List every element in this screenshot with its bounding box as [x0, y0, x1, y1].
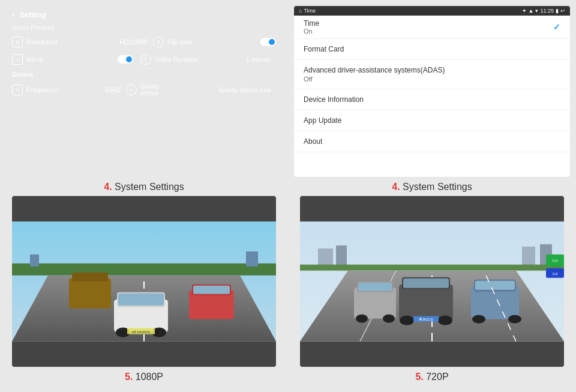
svg-rect-23	[300, 265, 564, 271]
flip-label: Flip over	[167, 38, 260, 46]
mirror-row: ⊣ Mirror ⏱ Video Duration 1 minute	[6, 51, 282, 68]
frequency-label: Frequency	[26, 86, 105, 94]
mirror-toggle[interactable]	[118, 55, 133, 64]
clock-display: 11:25	[540, 8, 554, 14]
adas-sub: Off	[304, 76, 560, 83]
svg-point-42	[472, 315, 485, 324]
time-on-label: On	[304, 28, 319, 35]
frequency-icon: ⊟	[12, 85, 23, 95]
back-btn[interactable]: ↩	[560, 8, 565, 14]
format-card-label: Format Card	[304, 45, 560, 53]
signal-icon: ▲	[529, 8, 534, 14]
top-right-cell: ⌂ Time ✦ ▲ ▾ 11:25 ▮ ↩ Time On ✓	[288, 0, 576, 196]
about-label: About	[304, 137, 560, 146]
status-time-label: Time	[304, 8, 316, 14]
svg-rect-13	[193, 286, 230, 294]
right-device-screen: ⌂ Time ✦ ▲ ▾ 11:25 ▮ ↩ Time On ✓	[294, 6, 570, 177]
frequency-row: ⊟ Frequency 60HZ ⊙ Gravitysensor Gravity…	[6, 80, 282, 100]
battery-icon: ▮	[556, 8, 559, 14]
gravity-value: Gravity Sensor Low	[219, 87, 271, 94]
gravity-label: Gravitysensor	[140, 83, 219, 97]
bottom-right-caption: 5. 720P	[294, 367, 570, 386]
resolution-icon: ⊞	[12, 37, 23, 47]
svg-text:G15: G15	[552, 259, 558, 263]
android-status-bar: ⌂ Time ✦ ▲ ▾ 11:25 ▮ ↩	[294, 6, 570, 16]
resolution-value: HD1080P	[119, 38, 148, 46]
settings-title: Setting	[20, 10, 46, 19]
svg-rect-36	[358, 283, 392, 291]
caption-num-bl: 5.	[125, 372, 133, 382]
top-left-caption: 4. System Settings	[0, 177, 288, 196]
duration-value: 1 minute	[246, 56, 271, 63]
wifi-icon: ▾	[535, 8, 538, 14]
device-info-label: Device Information	[304, 95, 560, 104]
footage-1080p: 4B DK003S	[12, 196, 276, 367]
device-section: Device	[6, 68, 282, 80]
caption-num-tl: 4.	[104, 182, 112, 192]
svg-rect-9	[69, 279, 111, 309]
back-arrow-icon[interactable]: ‹	[12, 10, 15, 19]
resolution-label: Resolution	[26, 38, 119, 46]
mirror-label: Mirror	[26, 56, 118, 63]
svg-rect-6	[118, 294, 164, 306]
svg-point-31	[438, 316, 452, 325]
svg-rect-1	[12, 264, 276, 276]
duration-label: Video Duration	[155, 56, 246, 63]
resolution-row: ⊞ Resolution HD1080P ↺ Flip over	[6, 34, 282, 51]
gravity-icon: ⊙	[126, 85, 137, 95]
time-on-row: Time On ✓	[294, 16, 570, 39]
svg-rect-10	[72, 273, 108, 282]
device-info-item[interactable]: Device Information	[294, 89, 570, 110]
caption-text-bl: 1080P	[133, 372, 163, 382]
settings-header: ‹ Setting	[6, 6, 282, 23]
clock-icon: ⏱	[140, 54, 151, 65]
svg-rect-29	[403, 279, 449, 288]
frequency-value: 60HZ	[105, 86, 121, 94]
road-scene-720p: 粤BNZ16 G15 S19	[300, 196, 564, 367]
caption-num-tr: 4.	[392, 182, 400, 192]
check-icon: ✓	[553, 22, 560, 32]
svg-rect-15	[246, 252, 258, 267]
bottom-left-cell: 4B DK003S 5. 1080P	[0, 196, 288, 392]
status-right: ✦ ▲ ▾ 11:25 ▮ ↩	[522, 8, 565, 14]
adas-item[interactable]: Advanced driver-assistance systems(ADAS)…	[294, 60, 570, 89]
video-section-title: Video Photoes	[6, 23, 282, 34]
svg-point-30	[400, 316, 414, 325]
footage-720p: 粤BNZ16 G15 S19	[300, 196, 564, 367]
caption-num-br: 5.	[415, 372, 423, 382]
caption-text-br: 720P	[424, 372, 449, 382]
bottom-right-cell: 粤BNZ16 G15 S19	[288, 196, 576, 392]
svg-text:S19: S19	[553, 272, 558, 276]
left-device-screen: ‹ Setting Video Photoes ⊞ Resolution HD1…	[6, 6, 282, 100]
mirror-icon: ⊣	[12, 54, 23, 65]
flip-icon: ↺	[153, 37, 164, 47]
bluetooth-icon: ✦	[522, 8, 527, 14]
flip-toggle[interactable]	[260, 38, 276, 46]
app-update-item[interactable]: App Update	[294, 110, 570, 131]
app-update-label: App Update	[304, 116, 560, 125]
svg-text:粤BNZ16: 粤BNZ16	[419, 318, 433, 321]
top-left-cell: ‹ Setting Video Photoes ⊞ Resolution HD1…	[0, 0, 288, 196]
time-label: Time	[304, 19, 319, 28]
svg-point-37	[356, 315, 368, 323]
caption-text-tr: System Settings	[400, 182, 472, 192]
caption-text-tl: System Settings	[112, 182, 184, 192]
status-home-icon: ⌂	[299, 8, 302, 14]
top-right-caption: 4. System Settings	[288, 177, 576, 196]
format-card-item[interactable]: Format Card	[294, 39, 570, 60]
road-scene-1080p: 4B DK003S	[12, 196, 276, 367]
bottom-left-caption: 5. 1080P	[6, 367, 282, 386]
svg-point-38	[383, 315, 395, 323]
svg-point-43	[508, 315, 521, 324]
adas-label: Advanced driver-assistance systems(ADAS)	[304, 66, 560, 74]
svg-rect-41	[475, 281, 515, 290]
svg-rect-14	[30, 255, 39, 267]
svg-rect-27	[399, 285, 453, 321]
svg-text:4B DK003S: 4B DK003S	[131, 330, 150, 334]
about-item[interactable]: About	[294, 131, 570, 152]
status-left: ⌂ Time	[299, 8, 316, 14]
